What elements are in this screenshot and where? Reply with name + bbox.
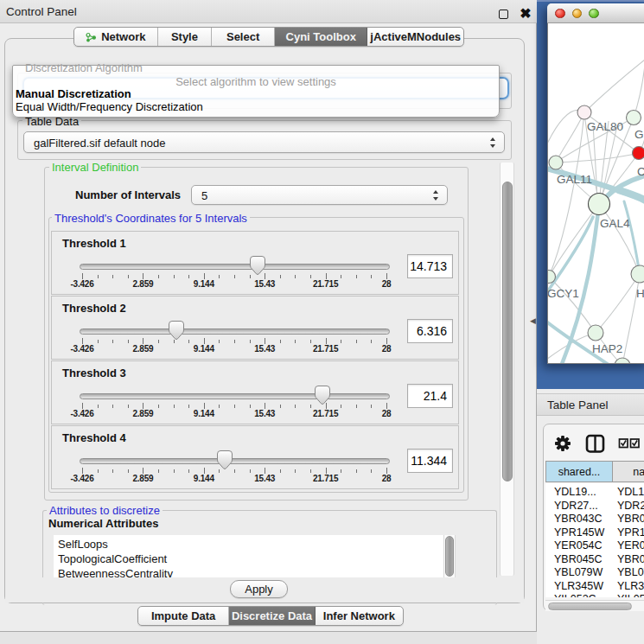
slider-track[interactable] — [80, 393, 390, 399]
network-node-HAP2[interactable] — [588, 325, 603, 341]
column-header-shared-name[interactable]: shared... — [545, 461, 613, 482]
threshold-value-field[interactable]: 21.4 — [407, 384, 453, 408]
network-node-H[interactable] — [631, 265, 644, 283]
attributes-list-scrollbar[interactable] — [443, 535, 456, 577]
network-node-GAL4[interactable] — [589, 194, 610, 215]
popup-option-equal-width[interactable]: Equal Width/Frequency Discretization — [16, 100, 203, 113]
slider-minor-tick — [250, 340, 251, 344]
zoom-traffic-light-icon[interactable] — [589, 9, 599, 19]
network-node-C.[interactable] — [633, 147, 644, 160]
tab-network[interactable]: Network — [74, 28, 158, 46]
table-cell: YDR27... — [554, 500, 598, 512]
attribute-item[interactable]: SelfLoops — [58, 538, 108, 551]
table-cell: YBR04 — [617, 553, 644, 565]
slider-minor-tick — [98, 275, 99, 279]
table-hscrollbar[interactable] — [545, 600, 644, 611]
network-node-partial[interactable] — [615, 358, 630, 363]
threshold-value-field[interactable]: 11.344 — [407, 449, 453, 473]
attribute-item[interactable]: TopologicalCoefficient — [58, 552, 167, 565]
table-row[interactable]: YLR345WYLR34 — [545, 579, 644, 593]
checkbox-icons[interactable] — [620, 439, 640, 448]
gear-icon[interactable] — [555, 436, 571, 451]
slider-track[interactable] — [80, 458, 390, 464]
table-panel-title: Table Panel — [547, 399, 609, 411]
threshold-value-field[interactable]: 6.316 — [407, 319, 453, 343]
slider-scale-label: 28 — [360, 344, 412, 354]
slider-scale-label: 21.715 — [300, 344, 352, 354]
table-hscrollbar-thumb[interactable] — [548, 603, 632, 610]
slider-scale-label: 15.43 — [239, 279, 290, 289]
table-row[interactable]: YPR145WYPR14 — [545, 526, 644, 539]
slider-track[interactable] — [80, 328, 390, 335]
combo-arrows-icon — [433, 190, 439, 201]
column-header-name[interactable]: name — [612, 461, 644, 482]
tab-infer-network[interactable]: Infer Network — [316, 607, 403, 625]
table-cell: YBR04 — [617, 513, 644, 525]
tab-jactivemnodules[interactable]: jActiveMNodules — [367, 28, 463, 46]
tab-style[interactable]: Style — [158, 28, 213, 46]
close-icon[interactable]: ✖ — [518, 4, 533, 23]
slider-major-tick — [82, 338, 83, 344]
slider-minor-tick — [341, 275, 341, 279]
slider-minor-tick — [128, 405, 129, 409]
numerical-attributes-list[interactable]: SelfLoopsTopologicalCoefficientBetweenne… — [54, 535, 443, 577]
apply-button[interactable]: Apply — [230, 580, 288, 598]
network-window-titlebar[interactable] — [547, 3, 644, 23]
table-row[interactable]: YIL052CYIL05 — [545, 592, 644, 597]
number-of-intervals-combo[interactable]: 5 — [191, 185, 448, 205]
slider-minor-tick — [280, 469, 281, 474]
slider-thumb[interactable] — [168, 320, 185, 341]
slider-minor-tick — [356, 340, 357, 344]
network-node-G.[interactable] — [627, 111, 641, 125]
network-node-GAL80[interactable] — [577, 105, 591, 119]
table-row[interactable]: YBR045CYBR04 — [545, 552, 644, 566]
columns-icon[interactable] — [587, 436, 603, 452]
minimize-traffic-light-icon[interactable] — [572, 9, 583, 19]
slider-major-tick — [326, 468, 327, 474]
slider-thumb[interactable] — [216, 450, 233, 470]
slider-track[interactable] — [80, 264, 390, 270]
slider-thumb[interactable] — [249, 255, 266, 276]
slider-minor-tick — [128, 275, 129, 279]
slider-minor-tick — [250, 469, 251, 474]
attributes-list-scrollbar-thumb[interactable] — [445, 536, 454, 577]
slider-minor-tick — [310, 469, 311, 474]
table-row[interactable]: YBL079WYBL07 — [545, 565, 644, 579]
popup-option-manual-discretization[interactable]: Manual Discretization — [16, 87, 131, 100]
table-cell: YDR27 — [617, 500, 644, 512]
float-window-icon[interactable] — [499, 10, 508, 19]
panel-scrollbar[interactable] — [500, 163, 514, 576]
threshold-label: Threshold 3 — [62, 367, 126, 379]
slider-minor-tick — [356, 469, 357, 474]
tab-impute-data[interactable]: Impute Data — [138, 607, 229, 625]
slider-thumb[interactable] — [314, 385, 331, 405]
network-graph: GAL80G.C.GAL11GAL4GCY1HHAP2 — [548, 23, 644, 363]
close-traffic-light-icon[interactable] — [555, 9, 565, 19]
panel-scrollbar-thumb[interactable] — [502, 182, 513, 481]
slider-scale-label: 2.859 — [117, 409, 169, 418]
slider-minor-tick — [356, 275, 357, 279]
node-label: C. — [637, 165, 644, 178]
network-canvas[interactable]: GAL80G.C.GAL11GAL4GCY1HHAP2 — [548, 23, 644, 363]
table-row[interactable]: YDL19...YDL19 — [545, 485, 644, 499]
bottom-tab-bar: Impute Data Discretize Data Infer Networ… — [137, 606, 404, 626]
slider-major-tick — [265, 403, 265, 409]
slider-scale-label: 2.859 — [117, 474, 169, 483]
slider-scale-label: 21.715 — [300, 279, 352, 289]
table-data-combo[interactable]: galFiltered.sif default node — [23, 131, 505, 153]
threshold-value-field[interactable]: 14.713 — [407, 254, 453, 278]
slider-minor-tick — [219, 405, 220, 409]
table-row[interactable]: YDR27...YDR27 — [545, 499, 644, 513]
splitter-handle[interactable]: ◀ — [530, 317, 536, 325]
table-row[interactable]: YER054CYER05 — [545, 539, 644, 552]
attribute-item[interactable]: BetweennessCentrality — [58, 567, 173, 577]
tab-select[interactable]: Select — [212, 28, 275, 46]
slider-minor-tick — [112, 469, 113, 474]
discretization-algorithm-title: Discretization Algorithm — [22, 61, 145, 74]
node-label: H — [636, 287, 644, 300]
network-node-GAL11[interactable] — [549, 156, 563, 169]
tab-cyni-toolbox[interactable]: Cyni Toolbox — [275, 28, 368, 46]
slider-major-tick — [82, 403, 83, 409]
tab-discretize-data[interactable]: Discretize Data — [229, 607, 315, 625]
table-row[interactable]: YBR043CYBR04 — [545, 512, 644, 526]
